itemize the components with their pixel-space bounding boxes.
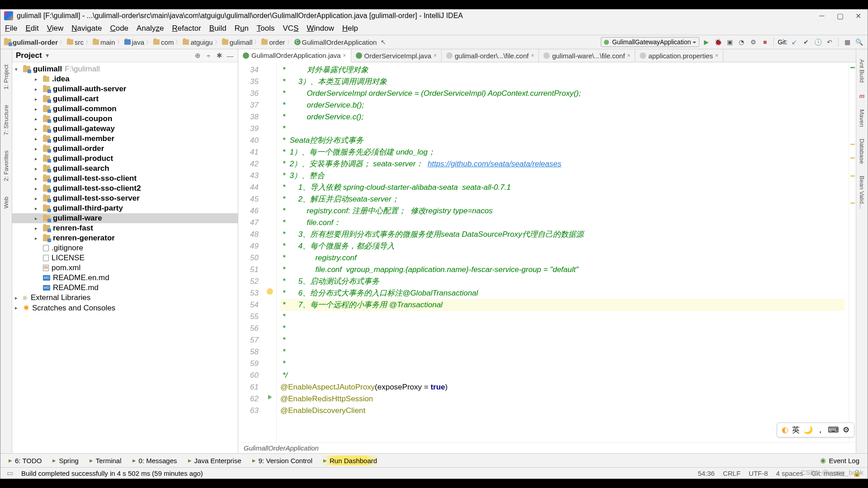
tree-item[interactable]: ▸gulimall-gateway [12, 124, 238, 134]
editor-tab[interactable]: application.properties× [635, 49, 723, 62]
code-editor[interactable]: * 对外暴露代理对象 * 3）、本类互调用调用对象 * OrderService… [277, 62, 849, 442]
tab-close-icon[interactable]: × [343, 52, 346, 59]
search-everywhere-button[interactable]: 🔍 [854, 37, 864, 47]
editor-tab[interactable]: gulimall-ware\...\file.conf× [539, 49, 635, 62]
maven-icon[interactable]: m [859, 93, 865, 99]
git-revert-button[interactable]: ↶ [825, 37, 835, 47]
ime-indicator[interactable]: ◐ 英 🌙 ， ⌨ ⚙ [777, 422, 854, 437]
tree-item[interactable]: ▸renren-generator [12, 233, 238, 243]
profile-button[interactable]: ◔ [736, 37, 746, 47]
tree-item[interactable]: ▸renren-fast [12, 223, 238, 233]
menu-help[interactable]: Help [342, 24, 358, 33]
tree-item[interactable]: ▸gulimall-third-party [12, 203, 238, 213]
file-encoding[interactable]: UTF-8 [749, 469, 768, 477]
tree-item[interactable]: ▸gulimall-coupon [12, 114, 238, 124]
crumb-gulimall[interactable]: gulimall [222, 38, 253, 46]
menu-run[interactable]: Run [235, 24, 249, 33]
menu-refactor[interactable]: Refactor [172, 24, 201, 33]
tree-item[interactable]: ▸gulimall-cart [12, 94, 238, 104]
error-stripe[interactable] [849, 62, 856, 442]
settings-icon[interactable]: ✱ [215, 52, 223, 60]
tree-item[interactable]: ▸gulimall-ware [12, 213, 238, 223]
right-tab-maven[interactable]: Maven [858, 108, 866, 129]
menu-analyze[interactable]: Analyze [137, 24, 164, 33]
right-tab-ant[interactable]: Ant Build [858, 57, 866, 84]
tree-item[interactable]: ▸gulimall-search [12, 164, 238, 174]
close-button[interactable]: ✕ [852, 11, 864, 20]
git-history-button[interactable]: 🕓 [813, 37, 823, 47]
tree-item[interactable]: .gitignore [12, 243, 238, 253]
run-button[interactable]: ▶ [701, 37, 711, 47]
menu-window[interactable]: Window [307, 24, 334, 33]
minimize-button[interactable]: ─ [816, 11, 828, 20]
attach-button[interactable]: ⚙ [748, 37, 758, 47]
tree-root[interactable]: ▾gulimall F:\gulimall [12, 64, 238, 74]
crumb-com[interactable]: com [153, 38, 174, 46]
tree-item[interactable]: ▸gulimall-product [12, 154, 238, 164]
crumb-gulimall-order[interactable]: gulimall-order [4, 38, 58, 46]
menu-file[interactable]: File [5, 24, 17, 33]
menu-code[interactable]: Code [110, 24, 128, 33]
tab-close-icon[interactable]: × [715, 52, 718, 59]
scroll-from-source-icon[interactable]: ⊕ [193, 52, 202, 60]
crumb-main[interactable]: main [93, 38, 115, 46]
bottom-tab[interactable]: ▸0: Messages [130, 455, 180, 465]
menu-tools[interactable]: Tools [257, 24, 275, 33]
menu-view[interactable]: View [47, 24, 64, 33]
menu-build[interactable]: Build [209, 24, 226, 33]
editor-tab[interactable]: gulimall-order\...\file.conf× [442, 49, 539, 62]
run-gutter-icon[interactable] [267, 394, 273, 400]
bottom-tab[interactable]: ▸Terminal [87, 455, 124, 465]
crumb-class[interactable]: CGulimallOrderApplication [294, 38, 377, 46]
tree-scratches[interactable]: ▸✸Scratches and Consoles [12, 303, 238, 313]
project-tree[interactable]: ▾gulimall F:\gulimall▸.idea▸gulimall-aut… [12, 62, 238, 453]
breadcrumbs[interactable]: GulimallOrderApplication [238, 442, 856, 453]
menu-edit[interactable]: Edit [25, 24, 38, 33]
editor-tab[interactable]: OrderServiceImpl.java× [351, 49, 442, 62]
indent-info[interactable]: 4 spaces [776, 469, 803, 477]
maximize-button[interactable]: ▢ [834, 11, 846, 20]
hide-panel-icon[interactable]: — [226, 52, 234, 60]
bottom-tab[interactable]: ▸Run Dashboard [321, 455, 380, 465]
tab-close-icon[interactable]: × [531, 52, 534, 59]
tree-item[interactable]: pom.xml [12, 263, 238, 273]
tree-item[interactable]: ▸gulimall-test-sso-client2 [12, 183, 238, 193]
run-config-combo[interactable]: GulimallGatewayApplication [601, 37, 699, 47]
line-separator[interactable]: CRLF [723, 469, 741, 477]
tree-item[interactable]: ▸gulimall-auth-server [12, 84, 238, 94]
tab-close-icon[interactable]: × [627, 52, 630, 59]
bottom-tab[interactable]: ▸9: Version Control [250, 455, 315, 465]
tree-external-libs[interactable]: ▸⊪External Libraries [12, 293, 238, 303]
tree-item[interactable]: ▸.idea [12, 74, 238, 84]
tree-item[interactable]: MDREADME.md [12, 283, 238, 293]
tree-item[interactable]: ▸gulimall-common [12, 104, 238, 114]
tree-item[interactable]: ▸gulimall-test-sso-server [12, 193, 238, 203]
crumb-java[interactable]: java [124, 38, 145, 46]
editor-tab[interactable]: GulimallOrderApplication.java× [238, 49, 351, 62]
nav-back-button[interactable]: ↖ [378, 37, 388, 47]
tree-item[interactable]: ▸gulimall-member [12, 134, 238, 144]
menu-navigate[interactable]: Navigate [71, 24, 102, 33]
tree-item[interactable]: MDREADME.en.md [12, 273, 238, 283]
bottom-tab[interactable]: ▸Java Enterprise [185, 455, 244, 465]
intention-bulb-icon[interactable] [267, 288, 273, 295]
git-update-button[interactable]: ↙ [789, 37, 799, 47]
tree-item[interactable]: ▸gulimall-order [12, 144, 238, 154]
editor-gutter[interactable] [263, 62, 277, 442]
bottom-tab[interactable]: ▸Spring [50, 455, 81, 465]
event-log-button[interactable]: ◉Event Log [817, 455, 862, 465]
left-tab-structure[interactable]: 7: Structure [2, 103, 10, 137]
tree-item[interactable]: LICENSE [12, 253, 238, 263]
crumb-src[interactable]: src [67, 38, 84, 46]
tab-close-icon[interactable]: × [434, 52, 437, 59]
git-commit-button[interactable]: ✔ [801, 37, 811, 47]
expand-all-icon[interactable]: ÷ [204, 52, 212, 60]
debug-button[interactable]: 🐞 [713, 37, 723, 47]
crumb-atguigu[interactable]: atguigu [183, 38, 212, 46]
left-tab-web[interactable]: Web [2, 195, 10, 211]
coverage-button[interactable]: ▣ [725, 37, 735, 47]
ide-structure-button[interactable]: ▦ [842, 37, 852, 47]
menu-vcs[interactable]: VCS [283, 24, 299, 33]
left-tab-favorites[interactable]: 2: Favorites [2, 149, 10, 183]
right-tab-database[interactable]: Database [858, 137, 866, 166]
